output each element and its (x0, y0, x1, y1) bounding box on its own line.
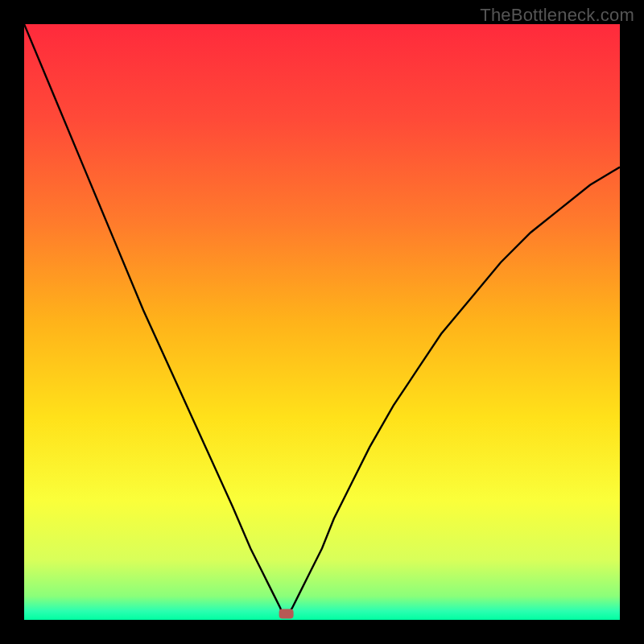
watermark-text: TheBottleneck.com (480, 5, 634, 26)
chart-background (24, 24, 620, 620)
chart-container (24, 24, 620, 620)
optimal-marker (279, 609, 294, 619)
bottleneck-chart (24, 24, 620, 620)
